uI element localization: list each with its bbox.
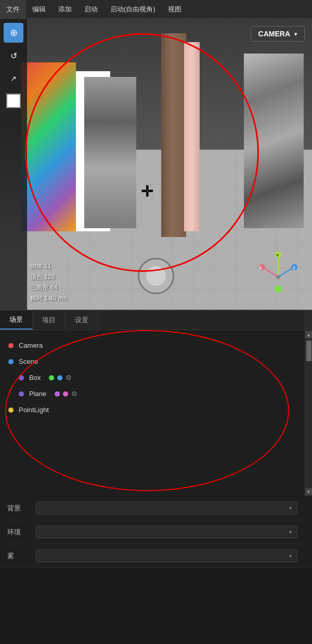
prop-label-background: 背景 (7, 504, 36, 513)
pointlight-dot (8, 408, 14, 413)
chevron-down-icon-2: ▾ (289, 529, 292, 535)
scroll-up-button[interactable]: ▲ (305, 331, 313, 338)
scene-item-plane[interactable]: Plane ⚙ (0, 386, 305, 402)
prop-label-environment: 环境 (7, 528, 36, 537)
box-label: Box (29, 374, 41, 382)
camera-dot (8, 343, 14, 348)
menu-start-free[interactable]: 启动(自由视角) (104, 0, 162, 18)
camera-dropdown-label: CAMERA (258, 30, 290, 38)
plane-label: Plane (29, 390, 46, 398)
menu-edit[interactable]: 编辑 (26, 0, 52, 18)
navigation-circle[interactable] (138, 258, 174, 294)
scene-dot (8, 359, 14, 364)
camera-dropdown[interactable]: CAMERA ▾ (251, 26, 305, 42)
svg-line-5 (278, 268, 292, 277)
pillar-brown (161, 33, 186, 237)
axis-gizmo: Y Z Z X (255, 248, 302, 295)
tab-scene[interactable]: 场景 (0, 311, 33, 330)
navigation-circle-inner (146, 266, 166, 286)
properties-panel: 背景 ▾ 环境 ▾ 雾 ▾ (0, 496, 312, 568)
menu-view[interactable]: 视图 (162, 0, 188, 18)
tab-project[interactable]: 项目 (33, 311, 66, 330)
chevron-down-icon: ▾ (289, 505, 292, 511)
pointlight-label: PointLight (19, 406, 49, 414)
camera-label: Camera (19, 341, 43, 349)
svg-text:Y: Y (276, 253, 279, 258)
box-dot (19, 375, 24, 380)
toolbar: ⊕ ↺ ↗ (0, 19, 27, 310)
prop-row-background: 背景 ▾ (0, 496, 312, 520)
scrollbar-thumb[interactable] (306, 340, 311, 361)
tab-scrollbar (305, 311, 312, 330)
stat-triangles: 三角形 64 (30, 282, 67, 293)
svg-text:X: X (259, 266, 262, 270)
menubar: 文件 编辑 添加 启动 启动(自由视角) 视图 (0, 0, 312, 19)
color-swatch[interactable] (6, 94, 21, 108)
svg-point-9 (276, 275, 280, 279)
plane-gear-icon[interactable]: ⚙ (71, 390, 77, 398)
plane-icon-purple[interactable] (55, 391, 60, 397)
prop-label-fog: 雾 (7, 551, 36, 561)
box-gear-icon[interactable]: ⚙ (66, 374, 72, 382)
scroll-down-button[interactable]: ▼ (305, 488, 313, 495)
scene-scrollbar: ▲ ▼ (305, 330, 312, 496)
chevron-down-icon-3: ▾ (289, 553, 292, 559)
artwork-panel-1 (21, 62, 76, 231)
prop-row-environment: 环境 ▾ (0, 520, 312, 544)
scene-label: Scene (19, 358, 38, 365)
svg-line-3 (264, 268, 278, 277)
scene-item-box[interactable]: Box ⚙ (0, 370, 305, 386)
viewport-stats: 物体 11 顶点 128 三角形 64 帧时 1.40 ms (30, 261, 67, 304)
move-tool-button[interactable]: ⊕ (4, 23, 23, 43)
stat-objects: 物体 11 (30, 261, 67, 271)
box-icon-blue[interactable] (57, 375, 62, 380)
scene-item-camera[interactable]: Camera (0, 337, 305, 353)
artwork-panel-3 (244, 54, 304, 228)
plane-icon-pink[interactable] (63, 391, 68, 397)
panel-body: Camera Scene Box ⚙ Plane (0, 330, 312, 496)
artwork-panel-2 (84, 77, 136, 228)
stat-frametime: 帧时 1.40 ms (30, 293, 67, 304)
scene-item-pointlight[interactable]: PointLight (0, 402, 305, 418)
svg-point-8 (275, 285, 282, 293)
scale-tool-button[interactable]: ↗ (4, 69, 23, 88)
menu-file[interactable]: 文件 (0, 0, 26, 18)
svg-text:Z: Z (293, 266, 295, 270)
viewport-3d[interactable]: ⊕ ↺ ↗ CAMERA ▾ ✛ (0, 19, 312, 310)
plane-icons: ⚙ (55, 390, 77, 398)
pillar-pink (184, 42, 200, 231)
bottom-panel: 场景 项目 设置 Camera Scene Box (0, 310, 312, 568)
tab-settings[interactable]: 设置 (66, 311, 98, 330)
scene-tree-panel: Camera Scene Box ⚙ Plane (0, 330, 305, 496)
prop-select-background[interactable]: ▾ (36, 502, 297, 515)
menu-add[interactable]: 添加 (52, 0, 78, 18)
menu-start[interactable]: 启动 (78, 0, 104, 18)
transform-gizmo: ✛ (141, 185, 153, 199)
box-icon-green[interactable] (49, 375, 54, 380)
box-icons: ⚙ (49, 374, 72, 382)
prop-select-fog[interactable]: ▾ (36, 549, 297, 562)
chevron-down-icon: ▾ (294, 31, 297, 37)
scrollbar-area (306, 338, 311, 488)
plane-dot (19, 391, 24, 397)
prop-select-environment[interactable]: ▾ (36, 525, 297, 538)
prop-row-fog: 雾 ▾ (0, 544, 312, 568)
scene-item-scene[interactable]: Scene (0, 353, 305, 370)
rotate-tool-button[interactable]: ↺ (4, 46, 23, 65)
tab-bar: 场景 项目 设置 (0, 311, 305, 330)
stat-vertices: 顶点 128 (30, 272, 67, 282)
